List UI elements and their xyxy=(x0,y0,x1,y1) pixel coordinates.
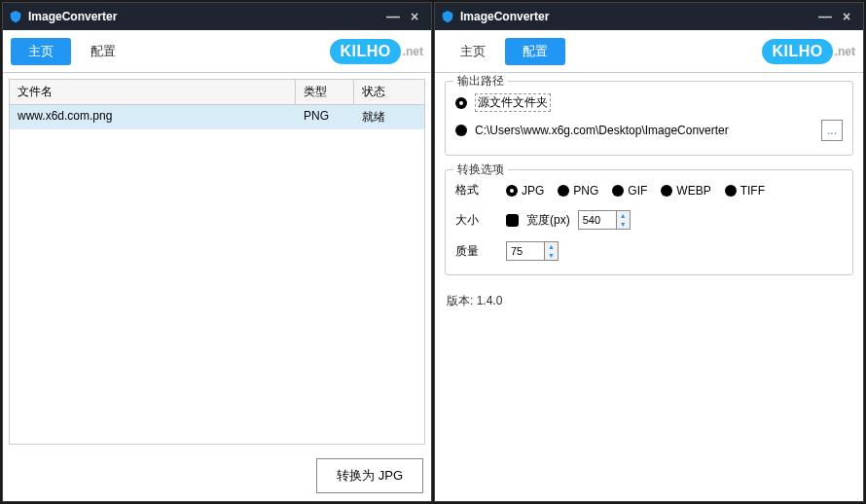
radio-label-custom: C:\Users\www.x6g.com\Desktop\ImageConver… xyxy=(475,124,729,137)
titlebar-title: ImageConverter xyxy=(28,10,117,23)
fieldset-output-path: 输出路径 源文件文件夹 C:\Users\www.x6g.com\Desktop… xyxy=(445,81,853,156)
col-header-name[interactable]: 文件名 xyxy=(10,80,296,104)
app-icon xyxy=(9,10,22,23)
minimize-button[interactable]: — xyxy=(814,6,836,27)
radio-source-folder[interactable]: 源文件文件夹 xyxy=(455,93,843,112)
radio-label-source: 源文件文件夹 xyxy=(475,93,551,112)
radio-icon xyxy=(725,185,737,197)
cell-name: www.x6d.com.png xyxy=(10,105,296,129)
version-text: 版本: 1.4.0 xyxy=(445,289,853,321)
radio-custom-path[interactable]: C:\Users\www.x6g.com\Desktop\ImageConver… xyxy=(455,120,843,141)
col-header-state[interactable]: 状态 xyxy=(354,80,424,104)
titlebar-title: ImageConverter xyxy=(460,10,549,23)
file-table: 文件名 类型 状态 www.x6d.com.png PNG 就绪 xyxy=(9,79,425,445)
width-spinner: ▲▼ xyxy=(578,210,631,230)
minimize-button[interactable]: — xyxy=(382,6,404,27)
titlebar[interactable]: ImageConverter — × xyxy=(435,3,863,30)
app-icon xyxy=(441,10,454,23)
window-main: ImageConverter — × 主页 配置 KILHO .net 文件名 … xyxy=(2,2,432,502)
titlebar[interactable]: ImageConverter — × xyxy=(3,3,431,30)
logo-suffix: .net xyxy=(835,45,855,58)
format-tiff[interactable]: TIFF xyxy=(725,184,765,198)
label-size: 大小 xyxy=(455,212,498,229)
table-row[interactable]: www.x6d.com.png PNG 就绪 xyxy=(10,105,424,129)
row-size: 大小 宽度(px) ▲▼ xyxy=(455,210,843,230)
toolbar: 主页 配置 KILHO .net xyxy=(3,30,431,73)
width-down[interactable]: ▼ xyxy=(617,220,630,229)
browse-button[interactable]: ... xyxy=(821,120,843,141)
toolbar: 主页 配置 KILHO .net xyxy=(435,30,863,73)
close-button[interactable]: × xyxy=(836,6,857,27)
label-width: 宽度(px) xyxy=(526,212,570,229)
table-body: www.x6d.com.png PNG 就绪 xyxy=(10,105,424,444)
logo-text: KILHO xyxy=(330,39,400,64)
main-content: 文件名 类型 状态 www.x6d.com.png PNG 就绪 转换为 JPG xyxy=(3,73,431,501)
legend-options: 转换选项 xyxy=(453,162,508,178)
col-header-type[interactable]: 类型 xyxy=(296,80,354,104)
quality-up[interactable]: ▲ xyxy=(545,242,558,251)
checkbox-width[interactable] xyxy=(506,214,519,227)
label-quality: 质量 xyxy=(455,243,498,260)
width-input[interactable] xyxy=(579,211,616,229)
fieldset-options: 转换选项 格式 JPG PNG GIF WEBP TIFF 大小 宽度(px) … xyxy=(445,169,853,275)
convert-button[interactable]: 转换为 JPG xyxy=(316,458,423,493)
close-button[interactable]: × xyxy=(404,6,425,27)
logo-suffix: .net xyxy=(403,45,423,58)
cell-state: 就绪 xyxy=(354,105,424,129)
table-header: 文件名 类型 状态 xyxy=(10,80,424,105)
format-options: JPG PNG GIF WEBP TIFF xyxy=(506,184,765,198)
tab-config[interactable]: 配置 xyxy=(73,38,133,65)
row-format: 格式 JPG PNG GIF WEBP TIFF xyxy=(455,182,843,198)
cell-type: PNG xyxy=(296,105,354,129)
radio-icon xyxy=(612,185,624,197)
footer: 转换为 JPG xyxy=(3,450,431,501)
format-jpg[interactable]: JPG xyxy=(506,184,544,198)
tab-main[interactable]: 主页 xyxy=(443,38,503,65)
window-config: ImageConverter — × 主页 配置 KILHO .net 输出路径… xyxy=(434,2,864,502)
logo-text: KILHO xyxy=(762,39,832,64)
legend-output-path: 输出路径 xyxy=(453,73,508,90)
format-webp[interactable]: WEBP xyxy=(661,184,710,198)
quality-spinner: ▲▼ xyxy=(506,241,559,261)
row-quality: 质量 ▲▼ xyxy=(455,241,843,261)
width-up[interactable]: ▲ xyxy=(617,211,630,220)
quality-down[interactable]: ▼ xyxy=(545,251,558,260)
radio-icon xyxy=(455,97,467,109)
radio-icon xyxy=(506,185,518,197)
format-gif[interactable]: GIF xyxy=(612,184,647,198)
logo: KILHO .net xyxy=(330,39,423,64)
label-format: 格式 xyxy=(455,182,498,198)
logo: KILHO .net xyxy=(762,39,855,64)
format-png[interactable]: PNG xyxy=(558,184,598,198)
radio-icon xyxy=(661,185,672,197)
config-content: 输出路径 源文件文件夹 C:\Users\www.x6g.com\Desktop… xyxy=(435,73,863,501)
tab-config[interactable]: 配置 xyxy=(505,38,565,65)
tab-main[interactable]: 主页 xyxy=(11,38,71,65)
quality-input[interactable] xyxy=(507,242,544,260)
radio-icon xyxy=(558,185,569,197)
radio-icon xyxy=(455,125,467,136)
